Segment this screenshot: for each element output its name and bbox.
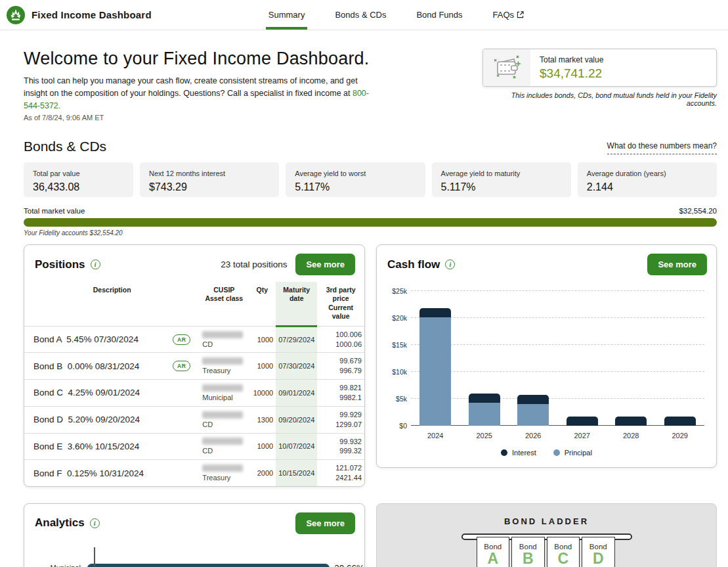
- current-value: 999.32: [320, 446, 362, 456]
- cash-flow-see-more-button[interactable]: See more: [647, 254, 707, 275]
- bond-description-text: Bond A 5.45% 07/30/2024: [33, 334, 139, 344]
- rung-letter: C: [557, 551, 568, 567]
- description-cell: Bond C 4.25% 09/01/2024: [24, 380, 200, 407]
- analytics-row-municipal: Municipal30.66%: [24, 554, 364, 567]
- interest-segment: [517, 395, 549, 404]
- maturity-date-cell: 10/15/2024: [276, 460, 317, 486]
- description-cell: Bond B 0.00% 08/31/2024AR: [24, 353, 200, 380]
- positions-info-icon[interactable]: i: [91, 260, 100, 269]
- legend-item-interest: Interest: [501, 449, 536, 457]
- cusip-redacted: [202, 357, 243, 365]
- stat-value: 2.144: [587, 181, 708, 193]
- interest-segment: [419, 308, 451, 318]
- description-cell: Bond A 5.45% 07/30/2024AR: [24, 326, 200, 353]
- ladder-rungs: BondA2 yrsBondB4 yrsBondC6 yrsBondD8 yrs: [477, 537, 615, 567]
- cusip-cell: CD: [200, 326, 248, 353]
- analytics-value-label: 30.66%: [334, 563, 364, 567]
- positions-header-row: Description CUSIPAsset class Qty Maturit…: [24, 282, 364, 326]
- stat-card-4: Average duration (years)2.144: [578, 162, 717, 197]
- table-row[interactable]: Bond E 3.60% 10/15/2024CD100010/07/20249…: [24, 433, 364, 460]
- bond-ladder-rung-a: BondA2 yrs: [477, 537, 510, 567]
- third-party-price: 100.006: [320, 330, 362, 340]
- col-maturity-date: Maturitydate: [276, 282, 317, 326]
- y-axis-tick-label: $0: [383, 422, 407, 430]
- positions-see-more-button[interactable]: See more: [295, 254, 355, 275]
- legend-dot: [553, 449, 560, 456]
- welcome-section: Welcome to your Fixed Income Dashboard. …: [24, 49, 717, 122]
- analytics-see-more-button[interactable]: See more: [295, 512, 355, 534]
- interest-segment: [469, 394, 500, 403]
- tab-label: Summary: [268, 10, 305, 20]
- tab-bonds-cds[interactable]: Bonds & CDs: [323, 0, 398, 30]
- what-do-numbers-mean-link[interactable]: What do these numbers mean?: [607, 139, 717, 154]
- legend-item-principal: Principal: [553, 449, 592, 457]
- table-row[interactable]: Bond D 5.20% 09/20/2024CD130009/20/20249…: [24, 406, 364, 433]
- interest-segment: [567, 417, 598, 426]
- stat-label: Next 12 months interest: [149, 170, 270, 177]
- price-cell: 99.8219982.1: [317, 380, 364, 407]
- stacked-bar-2024: [419, 308, 451, 426]
- total-market-value-card-wrap: Total market value $34,741.22 This inclu…: [482, 49, 717, 122]
- price-cell: 99.9291299.07: [317, 406, 364, 433]
- table-row[interactable]: Bond C 4.25% 09/01/2024Municipal1000009/…: [24, 380, 364, 407]
- bar-slot: [558, 291, 607, 426]
- bond-ladder-card: BOND LADDER BondA2 yrsBondB4 yrsBondC6 y…: [376, 503, 717, 567]
- analytics-title: Analytics: [35, 516, 85, 530]
- tab-bond-funds[interactable]: Bond Funds: [404, 0, 474, 30]
- y-axis-tick-label: $5k: [383, 395, 407, 403]
- bond-description: Bond C 4.25% 09/01/2024: [27, 388, 197, 397]
- fidelity-logo-icon: [7, 6, 25, 24]
- price-cell: 99.932999.32: [317, 433, 364, 460]
- positions-count: 23 total positions: [221, 260, 295, 269]
- analytics-chart: Municipal30.66%CD30.07%: [24, 547, 364, 567]
- stat-card-2: Average yield to worst5.117%: [286, 162, 425, 197]
- market-value-amount: $34,741.22: [540, 66, 603, 81]
- qty-cell: 1000: [248, 433, 276, 460]
- table-row[interactable]: Bond F 0.125% 10/31/2024Treasury200010/1…: [24, 460, 364, 486]
- cash-flow-title: Cash flow: [387, 258, 440, 271]
- bonds-cds-heading: Bonds & CDs: [24, 139, 106, 154]
- analytics-panel: Analytics i See more Municipal30.66%CD30…: [24, 503, 365, 567]
- current-value: 1299.07: [320, 420, 362, 430]
- asset-class-label: Treasury: [202, 367, 246, 374]
- cash-flow-info-icon[interactable]: i: [445, 260, 455, 269]
- tab-faqs[interactable]: FAQs: [481, 0, 536, 30]
- tab-label: FAQs: [493, 10, 515, 20]
- table-row[interactable]: Bond B 0.00% 08/31/2024ARTreasury100007/…: [24, 353, 364, 380]
- description-cell: Bond D 5.20% 09/20/2024: [24, 406, 200, 433]
- current-value: 2421.44: [320, 473, 362, 483]
- price-cell: 100.0061000.06: [317, 326, 364, 353]
- stats-cards: Total par value36,433.08Next 12 months i…: [24, 162, 717, 197]
- maturity-date-cell: 07/30/2024: [276, 353, 317, 380]
- stat-card-0: Total par value36,433.08: [24, 162, 133, 197]
- table-row[interactable]: Bond A 5.45% 07/30/2024ARCD100007/29/202…: [24, 326, 364, 353]
- stacked-bar-2028: [615, 417, 647, 426]
- tab-summary[interactable]: Summary: [257, 0, 317, 30]
- cusip-cell: Treasury: [200, 460, 248, 486]
- market-bar-label: Total market value: [24, 207, 85, 215]
- welcome-description-text: This tool can help you manage your cash …: [24, 76, 358, 98]
- x-axis-tick-label: 2026: [509, 432, 558, 440]
- cusip-redacted: [202, 331, 243, 338]
- tab-label: Bond Funds: [416, 10, 462, 20]
- bond-ladder-rung-c: BondC6 yrs: [547, 537, 580, 567]
- x-axis-labels: 202420252026202720282029: [411, 432, 704, 440]
- cusip-cell: Municipal: [200, 380, 248, 407]
- maturity-date-cell: 09/01/2024: [276, 380, 317, 407]
- interest-segment: [615, 417, 647, 426]
- current-value: 996.79: [320, 366, 362, 376]
- third-party-price: 121.072: [320, 463, 362, 473]
- legend-dot: [501, 449, 507, 456]
- page-title: Welcome to your Fixed Income Dashboard.: [24, 49, 378, 69]
- bar-slot: [411, 291, 460, 426]
- rung-letter: D: [593, 551, 604, 567]
- col-qty: Qty: [248, 282, 276, 326]
- analytics-axis: [94, 547, 95, 567]
- bond-description-text: Bond F 0.125% 10/31/2024: [33, 468, 144, 478]
- app-title: Fixed Income Dashboard: [32, 9, 152, 20]
- stacked-bar-2026: [517, 395, 549, 426]
- ar-badge: AR: [173, 334, 190, 345]
- analytics-info-icon[interactable]: i: [90, 518, 100, 528]
- asset-class-label: Municipal: [202, 394, 246, 401]
- market-bar-value: $32,554.20: [679, 207, 717, 215]
